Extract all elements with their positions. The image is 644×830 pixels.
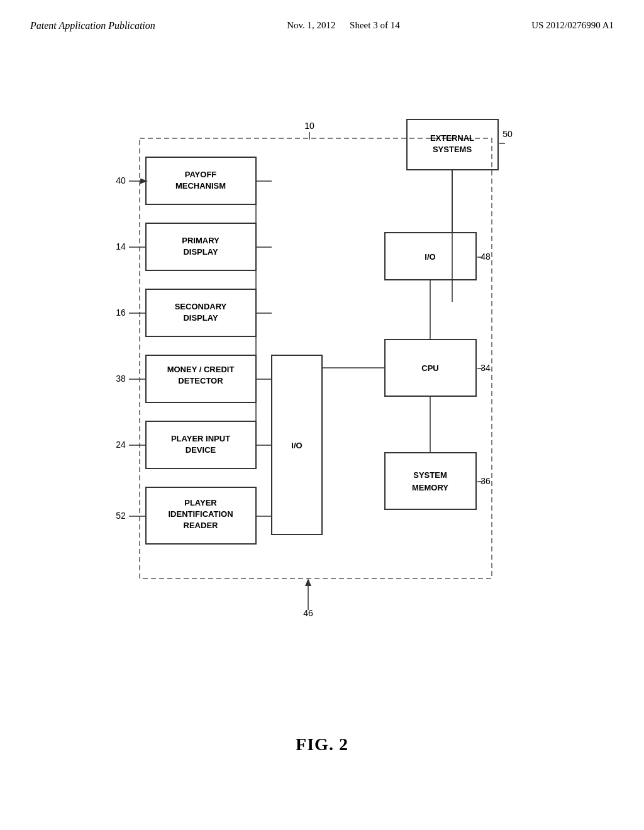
secondary-text2: DISPLAY [183,313,218,323]
system-memory-text1: SYSTEM [413,470,447,480]
ref-24-label: 24 [116,440,126,450]
ref-16-label: 16 [116,307,126,318]
money-text2: DETECTOR [178,376,223,385]
ref-46-arrow [305,578,311,586]
io-left-text: I/O [291,441,302,450]
header-center: Nov. 1, 2012 Sheet 3 of 14 [287,20,399,31]
ref-34-label: 34 [480,363,491,373]
patent-number: US 2012/0276990 A1 [531,20,614,31]
primary-text2: DISPLAY [183,247,218,257]
payoff-text2: MECHANISM [175,181,226,191]
ref-38-label: 38 [116,374,126,384]
external-systems-text2: SYSTEMS [433,145,472,154]
system-memory-text2: MEMORY [412,483,448,492]
sheet-info: Sheet 3 of 14 [350,20,400,30]
player-input-text2: DEVICE [186,445,216,455]
external-systems-text1: EXTERNAL [430,133,474,143]
player-id-text2: IDENTIFICATION [168,509,233,519]
io-right-text: I/O [425,252,435,262]
ref-50-label: 50 [502,129,513,139]
ref-36-label: 36 [480,476,491,486]
diagram-area: text { font-family: Arial, sans-serif; }… [64,101,580,667]
publication-date: Nov. 1, 2012 [287,20,335,30]
ref-52-label: 52 [116,511,126,521]
ref-10-label: 10 [304,121,314,131]
system-memory-box [385,453,476,509]
payoff-text1: PAYOFF [185,170,217,179]
player-id-text3: READER [184,521,219,530]
secondary-text1: SECONDARY [175,302,227,311]
figure-caption: FIG. 2 [296,734,348,755]
diagram-svg: text { font-family: Arial, sans-serif; }… [64,101,580,667]
player-input-text1: PLAYER INPUT [171,434,230,443]
ref-40-label: 40 [116,175,126,185]
ref-48-label: 48 [480,252,491,262]
cpu-text: CPU [421,363,438,373]
publication-title: Patent Application Publication [30,20,155,31]
ref-14-label: 14 [116,241,126,252]
player-id-text1: PLAYER [184,498,217,507]
money-text1: MONEY / CREDIT [167,365,235,374]
page-header: Patent Application Publication Nov. 1, 2… [0,0,644,31]
primary-text1: PRIMARY [182,236,219,245]
